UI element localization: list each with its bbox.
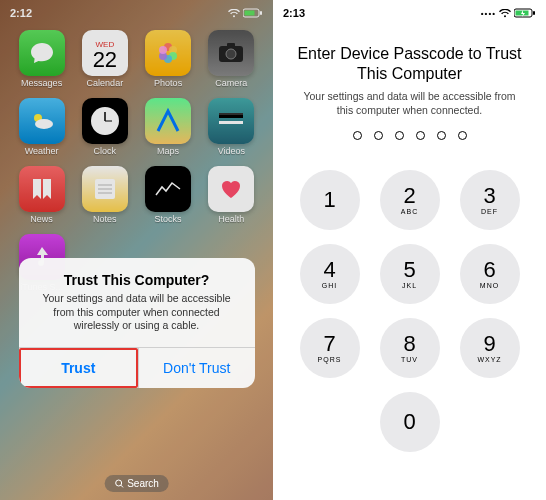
status-time: 2:13 [283, 7, 305, 19]
trust-dialog: Trust This Computer? Your settings and d… [19, 258, 255, 388]
key-7[interactable]: 7PQRS [300, 318, 360, 378]
key-9[interactable]: 9WXYZ [460, 318, 520, 378]
passcode-screen: 2:13 •••• Enter Device Passcode to Trust… [273, 0, 546, 500]
trust-button[interactable]: Trust [19, 348, 139, 388]
search-label: Search [127, 478, 159, 489]
status-right: •••• [481, 8, 536, 18]
passcode-dot [353, 131, 362, 140]
passcode-dots [295, 131, 524, 140]
passcode-dot [437, 131, 446, 140]
trust-dialog-backdrop: Trust This Computer? Your settings and d… [0, 258, 273, 500]
dialog-title: Trust This Computer? [19, 258, 255, 292]
status-bar: 2:13 •••• [273, 0, 546, 22]
battery-icon [514, 8, 536, 18]
key-5[interactable]: 5JKL [380, 244, 440, 304]
key-4[interactable]: 4GHI [300, 244, 360, 304]
passcode-dot [374, 131, 383, 140]
key-3[interactable]: 3DEF [460, 170, 520, 230]
home-screen: 2:12 Messages WED22Calendar Photos Camer… [0, 0, 273, 500]
key-8[interactable]: 8TUV [380, 318, 440, 378]
wifi-icon [499, 9, 511, 18]
passcode-dot [458, 131, 467, 140]
key-2[interactable]: 2ABC [380, 170, 440, 230]
cellular-icon: •••• [481, 9, 496, 18]
key-1[interactable]: 1 [300, 170, 360, 230]
dont-trust-button[interactable]: Don't Trust [138, 348, 255, 388]
keypad: 1 2ABC 3DEF 4GHI 5JKL 6MNO 7PQRS 8TUV 9W… [273, 170, 546, 452]
search-pill[interactable]: Search [104, 475, 169, 492]
passcode-dot [416, 131, 425, 140]
svg-line-25 [120, 485, 123, 488]
key-6[interactable]: 6MNO [460, 244, 520, 304]
dialog-buttons: Trust Don't Trust [19, 347, 255, 388]
passcode-subtitle: Your settings and data will be accessibl… [295, 90, 524, 117]
dialog-body: Your settings and data will be accessibl… [19, 292, 255, 347]
svg-rect-28 [533, 11, 535, 15]
passcode-dot [395, 131, 404, 140]
passcode-header: Enter Device Passcode to Trust This Comp… [273, 22, 546, 148]
search-icon [114, 479, 123, 488]
key-0[interactable]: 0 [380, 392, 440, 452]
passcode-title: Enter Device Passcode to Trust This Comp… [295, 44, 524, 84]
